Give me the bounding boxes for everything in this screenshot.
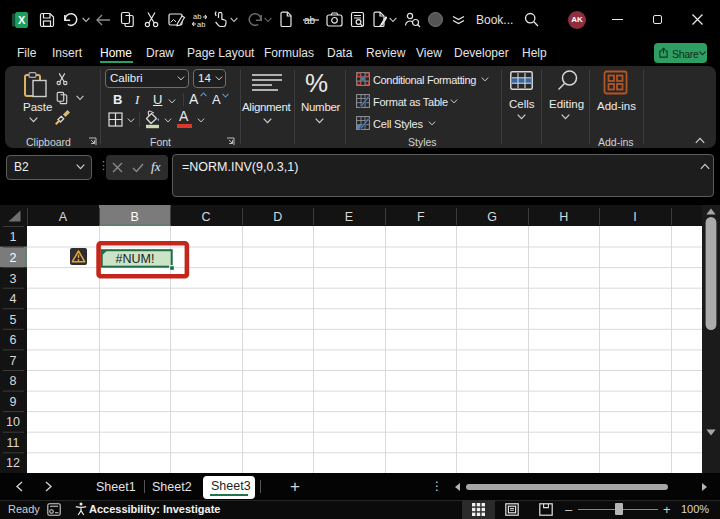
svg-text:E: E	[345, 210, 353, 224]
svg-text:2: 2	[10, 251, 17, 265]
svg-text:A: A	[59, 210, 68, 224]
svg-text:B: B	[131, 210, 139, 224]
svg-text:#NUM!: #NUM!	[116, 252, 155, 266]
svg-text:9: 9	[10, 395, 17, 409]
svg-text:F: F	[417, 210, 425, 224]
svg-text:7: 7	[10, 354, 17, 368]
svg-text:ab: ab	[197, 20, 205, 28]
svg-text:6: 6	[10, 333, 17, 347]
svg-text:G: G	[487, 210, 497, 224]
svg-text:H: H	[559, 210, 568, 224]
svg-text:8: 8	[10, 374, 17, 388]
svg-text:D: D	[273, 210, 282, 224]
svg-text:1: 1	[10, 230, 17, 244]
svg-text:4: 4	[10, 292, 17, 306]
svg-text:5: 5	[10, 313, 17, 327]
svg-text:I: I	[633, 210, 636, 224]
svg-text:C: C	[201, 210, 210, 224]
svg-text:11: 11	[7, 436, 20, 450]
svg-text:X: X	[18, 14, 26, 26]
svg-text:10: 10	[6, 415, 20, 429]
svg-text:3: 3	[10, 272, 17, 286]
svg-text:12: 12	[6, 456, 20, 470]
